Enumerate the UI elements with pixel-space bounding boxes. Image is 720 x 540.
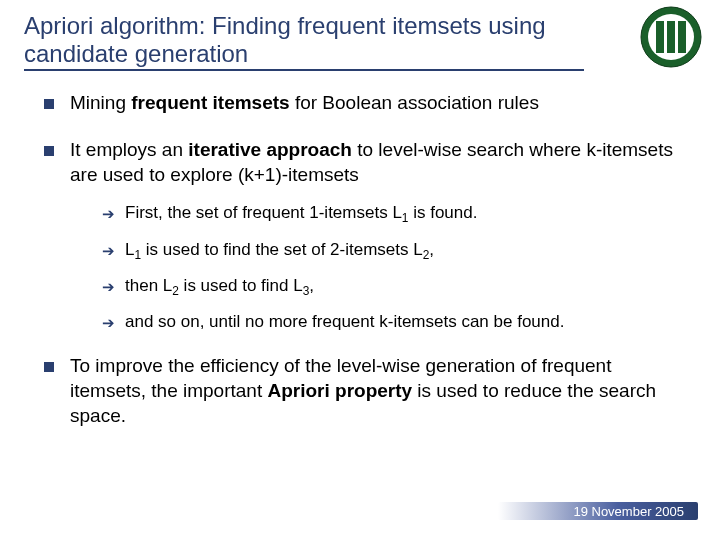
sub-bullet-3-text: then L2 is used to find L3,: [125, 276, 314, 298]
bullet-1: Mining frequent itemsets for Boolean ass…: [44, 91, 676, 116]
bullet-2: It employs an iterative approach to leve…: [44, 138, 676, 187]
sub-bullet-3: ➔ then L2 is used to find L3,: [102, 276, 676, 298]
sub-bullet-4-text: and so on, until no more frequent k-item…: [125, 312, 564, 332]
bullet-3-text: To improve the efficiency of the level-w…: [70, 354, 676, 428]
bullet-3: To improve the efficiency of the level-w…: [44, 354, 676, 428]
arrow-bullet-icon: ➔: [102, 278, 115, 296]
title-underline: [24, 69, 584, 71]
square-bullet-icon: [44, 146, 54, 156]
sub-bullet-2: ➔ L1 is used to find the set of 2-itemse…: [102, 240, 676, 262]
sub-bullet-2-text: L1 is used to find the set of 2-itemsets…: [125, 240, 434, 262]
sub-bullet-1: ➔ First, the set of frequent 1-itemsets …: [102, 203, 676, 225]
square-bullet-icon: [44, 362, 54, 372]
square-bullet-icon: [44, 99, 54, 109]
sub-bullet-list: ➔ First, the set of frequent 1-itemsets …: [102, 203, 676, 332]
content-area: Mining frequent itemsets for Boolean ass…: [0, 77, 720, 428]
logo-icon: [640, 6, 702, 68]
slide-title: Apriori algorithm: Finding frequent item…: [24, 12, 696, 67]
arrow-bullet-icon: ➔: [102, 314, 115, 332]
footer-bar: 19 November 2005: [498, 500, 698, 522]
bullet-1-text: Mining frequent itemsets for Boolean ass…: [70, 91, 539, 116]
svg-rect-4: [678, 21, 686, 53]
footer-date: 19 November 2005: [573, 504, 684, 519]
svg-rect-2: [656, 21, 664, 53]
title-area: Apriori algorithm: Finding frequent item…: [0, 0, 720, 77]
arrow-bullet-icon: ➔: [102, 242, 115, 260]
bullet-2-text: It employs an iterative approach to leve…: [70, 138, 676, 187]
sub-bullet-1-text: First, the set of frequent 1-itemsets L1…: [125, 203, 477, 225]
svg-rect-3: [667, 21, 675, 53]
sub-bullet-4: ➔ and so on, until no more frequent k-it…: [102, 312, 676, 332]
arrow-bullet-icon: ➔: [102, 205, 115, 223]
